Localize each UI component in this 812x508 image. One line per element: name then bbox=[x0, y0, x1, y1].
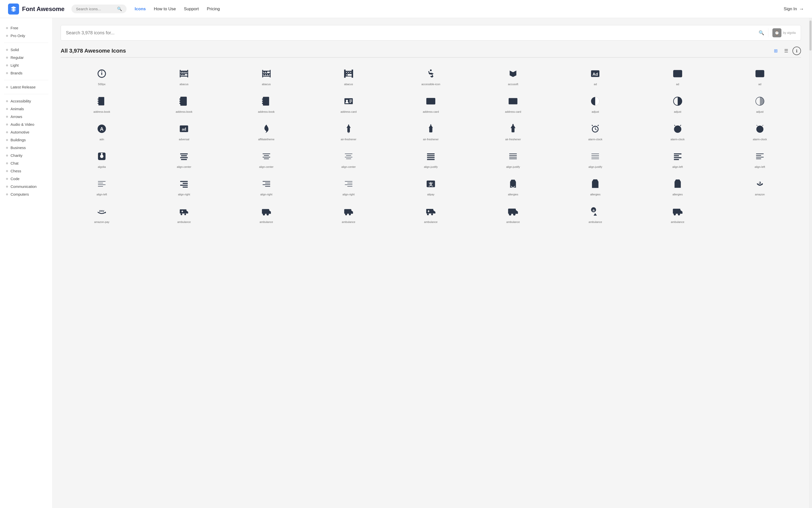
sidebar-item-light[interactable]: Light bbox=[0, 61, 52, 69]
sidebar-item-automotive[interactable]: Automotive bbox=[0, 128, 52, 136]
sidebar-item-animals[interactable]: Animals bbox=[0, 105, 52, 113]
info-button[interactable]: ℹ bbox=[793, 47, 801, 55]
scrollbar-track[interactable] bbox=[809, 18, 812, 508]
icon-align-left-2[interactable]: align-left bbox=[719, 144, 801, 172]
icon-ambulance-3[interactable]: ambulance bbox=[308, 199, 390, 227]
icon-address-card-1[interactable]: address-card bbox=[308, 89, 390, 117]
icon-air-freshener-2[interactable]: air-freshener bbox=[390, 117, 472, 144]
icon-ad-1[interactable]: Ad ad bbox=[554, 61, 636, 89]
sidebar-item-solid[interactable]: Solid bbox=[0, 46, 52, 54]
svg-rect-50 bbox=[262, 103, 263, 104]
sidebar-item-audio-video[interactable]: Audio & Video bbox=[0, 121, 52, 128]
list-view-button[interactable]: ☰ bbox=[782, 47, 790, 55]
icon-ambulance-2[interactable]: ambulance bbox=[225, 199, 307, 227]
sidebar-item-charity[interactable]: Charity bbox=[0, 152, 52, 159]
icon-ambulance-6[interactable]: a ambulance bbox=[554, 199, 636, 227]
icon-ad-2[interactable]: Ad ad bbox=[637, 61, 719, 89]
icon-abacus-3[interactable]: abacus bbox=[308, 61, 390, 89]
icon-align-left-3[interactable]: align-left bbox=[60, 172, 143, 199]
icon-affiliatetheme[interactable]: affiliatetheme bbox=[225, 117, 307, 144]
sidebar-item-pro-only[interactable]: Pro Only bbox=[0, 32, 52, 40]
icon-align-center-3[interactable]: align-center bbox=[308, 144, 390, 172]
svg-point-151 bbox=[596, 184, 597, 185]
icon-accusoft[interactable]: accusoft bbox=[472, 61, 554, 89]
icon-adjust-3[interactable]: adjust bbox=[719, 89, 801, 117]
icon-address-book-3[interactable]: address-book bbox=[225, 89, 307, 117]
icon-align-justify-2[interactable]: align-justify bbox=[472, 144, 554, 172]
icon-address-card-2[interactable]: address-card bbox=[390, 89, 472, 117]
icon-align-right-3[interactable]: align-right bbox=[308, 172, 390, 199]
icon-ad-3[interactable]: Ad ad bbox=[719, 61, 801, 89]
icon-ambulance-4[interactable]: ambulance bbox=[390, 199, 472, 227]
icon-abacus-2[interactable]: abacus bbox=[225, 61, 307, 89]
header-search-input[interactable] bbox=[76, 7, 115, 11]
sidebar-item-business[interactable]: Business bbox=[0, 144, 52, 152]
sidebar-dot-chat bbox=[6, 162, 8, 164]
icon-align-left-1[interactable]: align-left bbox=[637, 144, 719, 172]
icon-align-justify-1[interactable]: align-justify bbox=[390, 144, 472, 172]
icon-alarm-clock-3[interactable]: alarm-clock bbox=[719, 117, 801, 144]
icon-address-book-2[interactable]: address-book bbox=[143, 89, 225, 117]
icon-amazon-pay[interactable]: pay amazon-pay bbox=[60, 199, 143, 227]
icon-accessible-icon[interactable]: accessible-icon bbox=[390, 61, 472, 89]
sign-in-button[interactable]: Sign In → bbox=[784, 6, 804, 12]
icon-500px[interactable]: 500px bbox=[60, 61, 143, 89]
header-search-bar[interactable]: 🔍 bbox=[72, 4, 127, 13]
sidebar-item-chat[interactable]: Chat bbox=[0, 159, 52, 167]
icon-align-right-1[interactable]: align-right bbox=[143, 172, 225, 199]
sidebar-item-buildings[interactable]: Buildings bbox=[0, 136, 52, 144]
sidebar-item-communication[interactable]: Communication bbox=[0, 183, 52, 190]
sidebar-dot-pro bbox=[6, 35, 8, 37]
svg-point-28 bbox=[346, 74, 348, 76]
icon-alipay[interactable]: 支 alipay bbox=[390, 172, 472, 199]
icon-adversal[interactable]: ad adversal bbox=[143, 117, 225, 144]
icon-adjust-1[interactable]: adjust bbox=[554, 89, 636, 117]
icon-glyph-address-card-3 bbox=[506, 94, 520, 108]
icon-amazon[interactable]: a amazon bbox=[719, 172, 801, 199]
sidebar-item-computers[interactable]: Computers bbox=[0, 190, 52, 198]
sidebar-item-latest[interactable]: Latest Release bbox=[0, 83, 52, 91]
sidebar-item-code[interactable]: Code bbox=[0, 175, 52, 183]
icon-alarm-clock-1[interactable]: alarm-clock bbox=[554, 117, 636, 144]
icon-address-book-1[interactable]: address-book bbox=[60, 89, 143, 117]
svg-rect-129 bbox=[183, 183, 188, 184]
icon-ambulance-7[interactable]: ambulance bbox=[637, 199, 719, 227]
sidebar-item-arrows[interactable]: Arrows bbox=[0, 113, 52, 121]
sidebar-item-accessibility[interactable]: Accessibility bbox=[0, 97, 52, 105]
icon-adn[interactable]: A adn bbox=[60, 117, 143, 144]
icon-allergies-2[interactable]: allergies bbox=[554, 172, 636, 199]
sidebar-item-chess[interactable]: Chess bbox=[0, 167, 52, 175]
icon-air-freshener-1[interactable]: air-freshener bbox=[308, 117, 390, 144]
nav-pricing[interactable]: Pricing bbox=[207, 6, 220, 11]
sidebar-item-free[interactable]: Free bbox=[0, 24, 52, 32]
icon-abacus-1[interactable]: abacus bbox=[143, 61, 225, 89]
icon-alarm-clock-2[interactable]: alarm-clock bbox=[637, 117, 719, 144]
nav-icons[interactable]: Icons bbox=[134, 6, 146, 11]
icon-align-justify-3[interactable]: align-justify bbox=[554, 144, 636, 172]
icon-ambulance-5[interactable]: ambulance bbox=[472, 199, 554, 227]
grid-view-button[interactable]: ⊞ bbox=[771, 47, 780, 55]
icon-address-card-3[interactable]: address-card bbox=[472, 89, 554, 117]
icon-allergies-3[interactable]: allergies bbox=[637, 172, 719, 199]
icon-search-input[interactable] bbox=[66, 30, 759, 36]
icon-glyph-accusoft bbox=[506, 67, 520, 81]
sidebar-item-regular[interactable]: Regular bbox=[0, 54, 52, 61]
nav-support[interactable]: Support bbox=[184, 6, 199, 11]
icon-air-freshener-3[interactable]: air-freshener bbox=[472, 117, 554, 144]
icon-align-right-2[interactable]: align-right bbox=[225, 172, 307, 199]
icon-align-center-1[interactable]: align-center bbox=[143, 144, 225, 172]
section-header: All 3,978 Awesome Icons ⊞ ☰ ℹ bbox=[60, 47, 801, 57]
svg-point-168 bbox=[345, 214, 347, 215]
icon-ambulance-1[interactable]: ambulance bbox=[143, 199, 225, 227]
icon-allergies-1[interactable]: allergies bbox=[472, 172, 554, 199]
icon-align-center-2[interactable]: align-center bbox=[225, 144, 307, 172]
sidebar-item-brands[interactable]: Brands bbox=[0, 69, 52, 77]
nav-how-to-use[interactable]: How to Use bbox=[154, 6, 176, 11]
svg-rect-94 bbox=[180, 157, 188, 158]
icon-label-alipay: alipay bbox=[427, 193, 435, 196]
icon-label-abacus-2: abacus bbox=[262, 83, 271, 86]
search-icon: 🔍 bbox=[759, 30, 764, 36]
icon-adjust-2[interactable]: adjust bbox=[637, 89, 719, 117]
icon-algolia[interactable]: algolia bbox=[60, 144, 143, 172]
scrollbar-thumb[interactable] bbox=[810, 20, 812, 51]
